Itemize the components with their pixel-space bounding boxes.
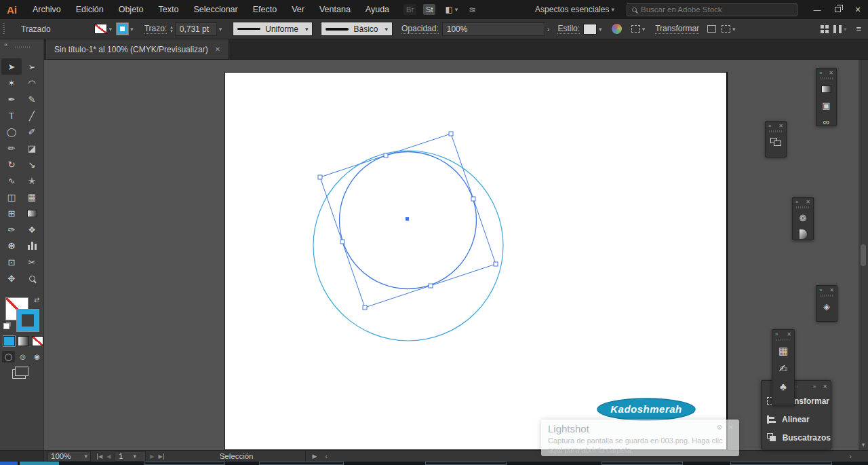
brushes-panel-icon[interactable]: ✍ — [772, 360, 794, 377]
style-chevron-icon[interactable]: ▾ — [599, 26, 602, 33]
swap-fill-stroke-icon[interactable]: ⇄ — [34, 296, 39, 303]
menu-ayuda[interactable]: Ayuda — [358, 5, 397, 14]
dock-close-icon[interactable]: ✕ — [806, 199, 810, 205]
select-similar-icon[interactable] — [631, 25, 640, 33]
stroke-width-stepper[interactable]: ▴▾ — [170, 25, 173, 33]
dock-expand-icon[interactable]: » — [819, 70, 822, 76]
workspace-switcher[interactable]: Aspectos esenciales ▾ — [535, 5, 614, 14]
width-tool[interactable]: ∿ — [1, 172, 22, 189]
eyedropper-tool[interactable]: ✑ — [1, 221, 22, 238]
notification-close-icon[interactable]: ✕ — [728, 424, 734, 431]
column-graph-tool[interactable] — [22, 238, 42, 254]
flyout-item-alinear[interactable]: Alinear — [762, 410, 831, 428]
dock-expand-icon[interactable]: » — [768, 123, 771, 129]
draw-inside-icon[interactable]: ◉ — [31, 351, 43, 362]
first-artboard-icon[interactable]: ◀ — [97, 453, 102, 460]
menu-efecto[interactable]: Efecto — [245, 5, 284, 14]
shape-builder-tool[interactable]: ◫ — [1, 189, 22, 205]
stroke-chevron-icon[interactable]: ▾ — [130, 26, 134, 33]
dock-close-icon[interactable]: ✕ — [829, 70, 833, 76]
symbol-sprayer-tool[interactable]: ❆ — [1, 238, 22, 254]
direct-selection-tool[interactable]: ➢ — [22, 58, 42, 75]
3d-symbols-panel-icon[interactable]: ▣ — [816, 97, 836, 113]
stock-button[interactable]: St — [423, 4, 435, 15]
eraser-tool[interactable]: ◪ — [22, 140, 42, 156]
menu-archivo[interactable]: Archivo — [25, 5, 68, 14]
transform-link[interactable]: Transformar — [655, 24, 699, 34]
menu-edicion[interactable]: Edición — [68, 5, 111, 14]
arrange-grid-icon[interactable] — [821, 25, 824, 29]
screen-mode-icon[interactable] — [15, 367, 28, 376]
color-panel-icon[interactable]: ❁ — [793, 210, 813, 226]
width-profile-dropdown[interactable]: Uniforme ▾ — [233, 22, 313, 36]
tools-grip[interactable] — [15, 46, 30, 48]
curvature-tool[interactable]: ✎ — [22, 91, 42, 107]
style-swatch[interactable] — [583, 24, 597, 35]
control-bar-grip[interactable] — [3, 23, 5, 35]
slice-tool[interactable]: ✂ — [22, 254, 42, 270]
canvas[interactable]: Kadoshmerah — [44, 60, 859, 450]
document-layout-chevron-icon[interactable]: ▾ — [844, 26, 847, 33]
status-angle-right-icon[interactable]: › — [849, 452, 852, 460]
dock-grip[interactable] — [820, 77, 833, 79]
menu-list-icon[interactable]: ≡ — [856, 24, 861, 34]
hand-tool[interactable]: ✥ — [1, 270, 22, 286]
align-options-icon[interactable] — [722, 25, 730, 33]
isolate-selection-icon[interactable] — [707, 25, 716, 33]
style-label[interactable]: Estilo: — [557, 24, 580, 34]
menu-ventana[interactable]: Ventana — [312, 5, 358, 14]
arrange-documents-chevron-icon[interactable]: ▾ — [455, 6, 458, 13]
scale-tool[interactable]: ↘ — [22, 156, 42, 172]
gradient-tool[interactable] — [22, 205, 42, 221]
select-similar-chevron-icon[interactable]: ▾ — [642, 26, 646, 33]
tools-collapse-icon[interactable]: « — [4, 41, 8, 48]
restore-button[interactable] — [827, 2, 848, 17]
stroke-swatch[interactable] — [117, 23, 128, 35]
flyout-expand-icon[interactable]: » — [813, 384, 816, 390]
zoom-tool[interactable] — [22, 270, 42, 286]
fill-swatch[interactable] — [94, 24, 107, 34]
artboard-number-dropdown[interactable]: 1 ▾ — [115, 451, 146, 462]
opacity-more-icon[interactable]: › — [547, 25, 550, 33]
draw-behind-icon[interactable]: ◎ — [16, 351, 29, 362]
gradient-panel-icon[interactable] — [816, 81, 836, 97]
color-guide-panel-icon[interactable] — [793, 226, 813, 242]
artboards-panel-icon[interactable] — [766, 134, 786, 150]
minimize-button[interactable]: — — [807, 2, 827, 17]
document-layout-icon[interactable] — [833, 25, 842, 33]
dock-grip[interactable] — [820, 295, 833, 297]
lasso-tool[interactable]: ◠ — [22, 75, 42, 91]
dock-grip[interactable] — [776, 339, 790, 341]
arrange-documents-icon[interactable]: ◧ — [445, 5, 452, 14]
menu-seleccionar[interactable]: Seleccionar — [186, 5, 245, 14]
fill-chevron-icon[interactable]: ▾ — [109, 26, 113, 33]
status-play-icon[interactable]: ▶ — [313, 453, 317, 460]
document-tab-close-icon[interactable]: ✕ — [215, 45, 220, 53]
opacity-value[interactable]: 100% — [442, 22, 545, 36]
blend-tool[interactable]: ❖ — [22, 221, 42, 238]
artboard[interactable]: Kadoshmerah — [224, 72, 728, 450]
default-fill-stroke-icon[interactable] — [3, 323, 9, 329]
recolor-artwork-icon[interactable] — [612, 24, 622, 34]
stroke-color-proxy[interactable] — [16, 309, 39, 332]
stroke-width-label[interactable]: Trazo: — [144, 24, 167, 34]
color-button[interactable] — [3, 336, 15, 346]
stepper-down-icon[interactable]: ▾ — [170, 29, 173, 33]
paintbrush-tool[interactable]: ✐ — [22, 124, 42, 140]
previous-artboard-icon[interactable]: ◀ — [106, 453, 111, 460]
artboard-tool[interactable]: ⊡ — [1, 254, 22, 270]
dock-expand-icon[interactable]: » — [819, 287, 822, 293]
zoom-level-dropdown[interactable]: 100% ▾ — [47, 451, 91, 462]
ellipse-tool[interactable]: ◯ — [1, 124, 22, 140]
flyout-close-icon[interactable]: ✕ — [823, 384, 827, 390]
none-button[interactable] — [32, 336, 43, 346]
dock-close-icon[interactable]: ✕ — [787, 331, 791, 337]
search-input[interactable] — [641, 5, 776, 14]
dock-grip[interactable] — [769, 130, 783, 132]
menu-texto[interactable]: Texto — [151, 5, 186, 14]
bridge-button[interactable]: Br — [403, 4, 416, 15]
pen-tool[interactable]: ✒ — [1, 91, 22, 107]
layers-panel-icon[interactable]: ◈ — [816, 298, 837, 314]
align-options-chevron-icon[interactable]: ▾ — [732, 26, 736, 33]
selection-tool[interactable]: ➤ — [1, 58, 22, 75]
